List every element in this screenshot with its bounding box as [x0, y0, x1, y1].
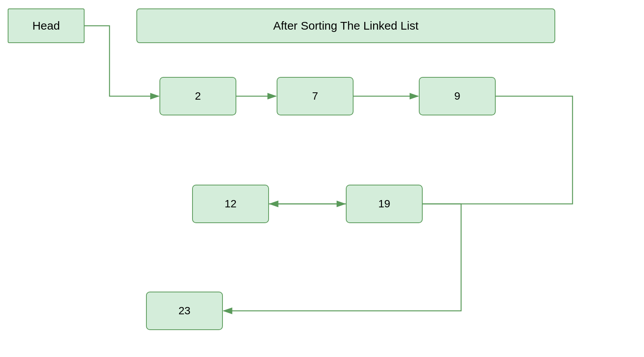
- head-node: Head: [8, 8, 85, 43]
- node-19: 19: [346, 185, 423, 223]
- node-7: 7: [277, 77, 354, 115]
- node-23: 23: [146, 292, 223, 330]
- node-2: 2: [159, 77, 236, 115]
- node-9: 9: [419, 77, 496, 115]
- node-12: 12: [192, 185, 269, 223]
- title-text: After Sorting The Linked List: [273, 19, 418, 32]
- title-box: After Sorting The Linked List: [136, 8, 555, 43]
- head-label: Head: [32, 19, 60, 32]
